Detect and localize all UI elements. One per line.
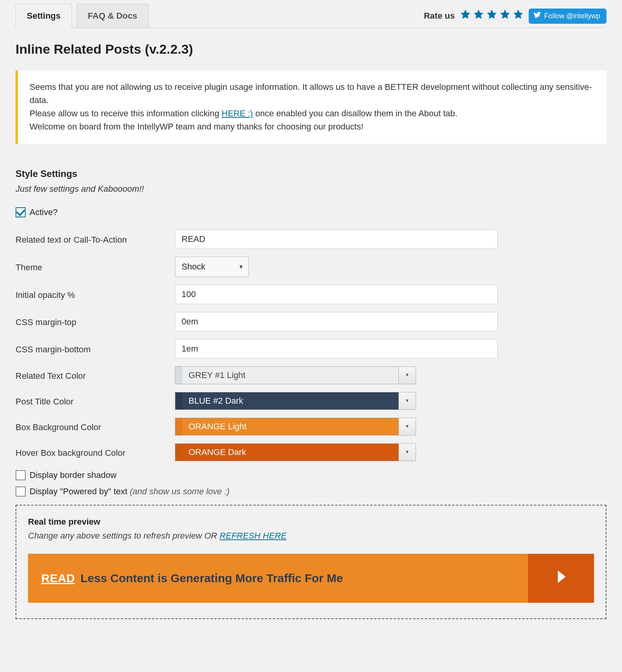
box-bg-select[interactable]: ORANGE Light ▼	[175, 418, 416, 436]
section-subtitle: Just few settings and Kaboooom!!	[16, 183, 606, 195]
chevron-down-icon: ▼	[405, 397, 410, 404]
hover-bg-value: ORANGE Dark	[182, 444, 398, 461]
follow-twitter-button[interactable]: Follow @intellywp	[529, 9, 606, 24]
related-color-label: Related Text Color	[16, 368, 175, 382]
opacity-label: Initial opacity %	[16, 287, 175, 301]
tracking-notice: Seems that you are not allowing us to re…	[16, 70, 606, 144]
margin-bottom-input[interactable]	[175, 339, 498, 359]
preview-arrow	[528, 554, 594, 603]
hover-bg-label: Hover Box background Color	[16, 445, 175, 459]
rating-stars[interactable]	[460, 9, 524, 23]
active-checkbox[interactable]	[16, 207, 26, 217]
preview-title: Real time preview	[28, 516, 594, 528]
star-icon	[486, 9, 498, 23]
chevron-down-icon: ▼	[238, 263, 244, 271]
margin-top-label: CSS margin-top	[16, 315, 175, 329]
notice-line-2: Please allow us to receive this informat…	[30, 107, 595, 120]
refresh-preview-link[interactable]: REFRESH HERE	[220, 531, 287, 541]
dropdown-toggle[interactable]: ▼	[398, 418, 416, 435]
preview-related-box[interactable]: READ Less Content is Generating More Tra…	[28, 554, 594, 603]
star-icon	[473, 9, 484, 23]
opacity-input[interactable]	[175, 285, 498, 304]
related-color-select[interactable]: GREY #1 Light ▼	[175, 366, 416, 384]
color-swatch	[175, 418, 182, 435]
theme-select[interactable]: Shock ▼	[175, 257, 249, 277]
powered-by-hint: (and show us some love :)	[130, 485, 230, 498]
margin-top-input[interactable]	[175, 312, 498, 331]
powered-by-label: Display "Powered by" text	[30, 485, 128, 498]
chevron-right-icon	[552, 567, 570, 589]
dropdown-toggle[interactable]: ▼	[398, 444, 416, 461]
color-swatch	[175, 444, 182, 461]
twitter-icon	[533, 11, 541, 21]
star-icon	[512, 9, 524, 23]
star-icon	[499, 9, 511, 23]
color-swatch	[175, 392, 182, 410]
powered-by-checkbox[interactable]	[16, 486, 26, 497]
enable-tracking-link[interactable]: HERE :)	[222, 108, 253, 118]
tab-settings[interactable]: Settings	[16, 4, 72, 28]
notice-line-3: Welcome on board from the IntellyWP team…	[30, 120, 595, 133]
related-text-label: Related text or Call-To-Action	[16, 232, 175, 246]
rate-us-label: Rate us	[424, 10, 454, 22]
chevron-down-icon: ▼	[405, 449, 410, 455]
chevron-down-icon: ▼	[405, 423, 410, 430]
related-color-value: GREY #1 Light	[182, 367, 398, 384]
hover-bg-select[interactable]: ORANGE Dark ▼	[175, 443, 416, 461]
box-bg-label: Box Background Color	[16, 420, 175, 434]
active-label: Active?	[30, 206, 58, 219]
section-title: Style Settings	[16, 167, 606, 181]
theme-value: Shock	[182, 261, 205, 273]
preview-post-title: Less Content is Generating More Traffic …	[80, 570, 343, 587]
theme-label: Theme	[16, 260, 175, 274]
star-icon	[460, 9, 471, 23]
post-title-color-select[interactable]: BLUE #2 Dark ▼	[175, 392, 416, 410]
related-text-input[interactable]	[175, 229, 498, 249]
border-shadow-label: Display border shadow	[30, 469, 117, 481]
chevron-down-icon: ▼	[405, 372, 410, 378]
post-title-color-value: BLUE #2 Dark	[182, 392, 398, 410]
box-bg-value: ORANGE Light	[182, 418, 398, 435]
preview-read-label: READ	[41, 570, 75, 587]
dropdown-toggle[interactable]: ▼	[398, 392, 416, 410]
post-title-color-label: Post Title Color	[16, 394, 175, 408]
color-swatch	[175, 367, 182, 384]
dropdown-toggle[interactable]: ▼	[398, 367, 416, 384]
preview-box: Real time preview Change any above setti…	[16, 505, 606, 619]
margin-bottom-label: CSS margin-bottom	[16, 342, 175, 356]
preview-subtitle: Change any above settings to refresh pre…	[28, 530, 594, 542]
page-title: Inline Related Posts (v.2.2.3)	[16, 40, 606, 59]
follow-label: Follow @intellywp	[544, 11, 600, 21]
tab-faq-docs[interactable]: FAQ & Docs	[77, 4, 149, 28]
border-shadow-checkbox[interactable]	[16, 470, 26, 480]
notice-line-1: Seems that you are not allowing us to re…	[30, 80, 595, 107]
